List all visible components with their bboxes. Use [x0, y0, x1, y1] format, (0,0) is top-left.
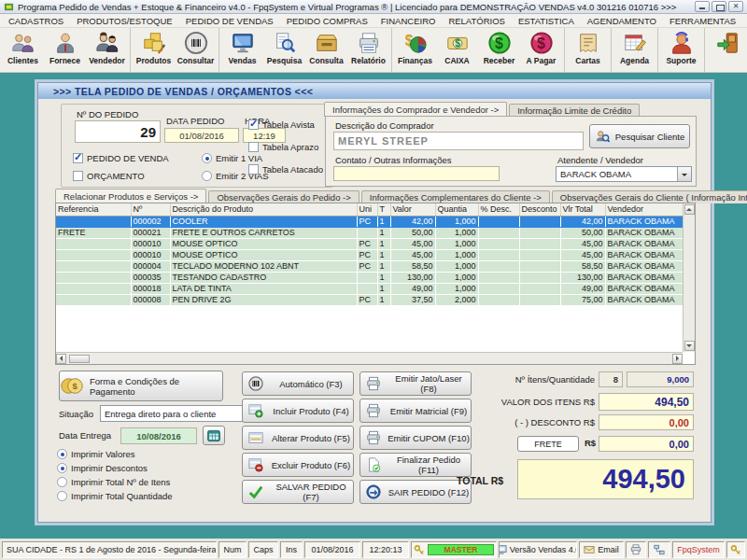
- button-excluir-produto-f6[interactable]: Excluir Produto (F6): [242, 453, 354, 477]
- table-row[interactable]: 000002COOLERPC142,001,00042,00BARACK OBA…: [56, 216, 683, 227]
- toolbar-button-a-pagar[interactable]: $A Pagar: [520, 29, 562, 71]
- column-header-desconto[interactable]: Desconto: [519, 203, 560, 216]
- radio-imprimir-valores[interactable]: Imprimir Valores: [57, 449, 173, 459]
- table-row[interactable]: 000010MOUSE OPTICOPC145,001,00045,00BARA…: [56, 238, 683, 249]
- column-header-referencia[interactable]: Referencia: [56, 203, 131, 216]
- tab-informacao-limite-de-credito[interactable]: Informação Limite de Crédito: [509, 104, 640, 117]
- frete-button[interactable]: FRETE: [517, 436, 579, 452]
- scroll-down-button[interactable]: [684, 341, 695, 351]
- status-printer[interactable]: [626, 541, 646, 558]
- toolbar-button-cartas[interactable]: Cartas: [567, 29, 609, 71]
- toolbar-button-vendedor[interactable]: Vendedor: [86, 29, 128, 71]
- checkbox-tabela-avista[interactable]: Tabela Avista: [248, 119, 323, 130]
- toolbar-label: Clientes: [7, 56, 38, 65]
- numero-pedido-field[interactable]: 29: [75, 120, 161, 143]
- menu-item-financeiro[interactable]: FINANCEIRO: [374, 15, 443, 27]
- toolbar-button-financas[interactable]: $Finanças: [394, 29, 436, 71]
- toolbar-button-clientes[interactable]: Clientes: [2, 29, 44, 71]
- pesquisar-cliente-button[interactable]: Pesquisar Cliente: [589, 124, 690, 148]
- scrollbar-thumb[interactable]: [69, 355, 90, 363]
- contato-field[interactable]: [333, 166, 500, 181]
- menu-item-pedido-de-vendas[interactable]: PEDIDO DE VENDAS: [179, 15, 280, 27]
- forma-pagamento-button[interactable]: $ Forma e Condições de Pagamento: [59, 371, 223, 401]
- toolbar-button-vendas[interactable]: Vendas: [221, 29, 263, 71]
- table-row[interactable]: 000010MOUSE OPTICOPC145,001,00045,00BARA…: [56, 249, 683, 260]
- button-automatico-f3[interactable]: Automático (F3): [242, 371, 354, 396]
- button-alterar-produto-f5[interactable]: Alterar Produto (F5): [242, 426, 354, 450]
- tab-relacionar-produtos-e-servicos[interactable]: Relacionar Produtos e Serviços ->: [55, 189, 206, 203]
- column-header-n[interactable]: Nº: [131, 203, 170, 216]
- table-row[interactable]: 000004TECLADO MODERNO 102 ABNTPC158,501,…: [56, 260, 683, 272]
- button-emitir-cupom-f10[interactable]: Emitir CUPOM (F10): [359, 426, 472, 450]
- table-row[interactable]: FRETE000021FRETE E OUTROS CARRETOS150,00…: [56, 227, 683, 238]
- toolbar-button-suporte[interactable]: Suporte: [660, 29, 702, 71]
- toolbar-button-consulta[interactable]: Consulta: [305, 29, 347, 71]
- menu-item-cadastros[interactable]: CADASTROS: [2, 15, 70, 27]
- menu-item-ferramentas[interactable]: FERRAMENTAS: [663, 15, 742, 27]
- table-row[interactable]: 000008PEN DRIVE 2GPC137,502,00075,00BARA…: [56, 294, 683, 305]
- status-email[interactable]: Email: [579, 541, 624, 558]
- calendar-button[interactable]: [203, 426, 225, 445]
- frete-field[interactable]: 0,00: [599, 436, 694, 452]
- close-button[interactable]: ✕: [728, 1, 743, 12]
- restore-button[interactable]: [712, 1, 726, 12]
- column-header-vlr-total[interactable]: Vlr Total: [560, 203, 605, 216]
- button-incluir-produto-f4[interactable]: Incluir Produto (F4): [242, 399, 354, 423]
- column-header-descricao-do-produto[interactable]: Descrição do Produto: [170, 203, 357, 216]
- column-header-t[interactable]: T: [377, 203, 390, 216]
- menu-item-pedido-compras[interactable]: PEDIDO COMPRAS: [280, 15, 374, 27]
- scroll-up-button[interactable]: [684, 204, 695, 215]
- column-header-desc[interactable]: % Desc.: [478, 203, 519, 216]
- tab-observacoes-gerais-do-pedido[interactable]: Observações Gerais do Pedido ->: [208, 190, 359, 203]
- column-header-quantia[interactable]: Quantia: [435, 203, 478, 216]
- scroll-right-button[interactable]: [672, 354, 683, 364]
- radio-imprimir-total-quantidade[interactable]: Imprimir Total Quantidade: [57, 491, 173, 501]
- vertical-scrollbar[interactable]: [683, 203, 695, 352]
- atendente-vendedor-select[interactable]: BARACK OBAMA: [556, 166, 692, 182]
- toolbar-button-consultar[interactable]: Consultar: [175, 29, 217, 71]
- toolbar-button-produtos[interactable]: Produtos: [133, 29, 175, 71]
- toolbar-button-sair-porta[interactable]: [707, 29, 747, 71]
- desconto-field[interactable]: 0,00: [599, 414, 694, 430]
- tab-observacoes-gerais-do-cliente-informacao-interna[interactable]: Observações Gerais do Cliente ( Informaç…: [552, 190, 747, 203]
- toolbar-button-receber[interactable]: $Receber: [478, 29, 520, 71]
- data-entrega-field[interactable]: 10/08/2016: [120, 427, 197, 444]
- comprador-field[interactable]: MERYL STREEP: [333, 132, 584, 150]
- status-fpqsystem[interactable]: FpqSystem: [672, 541, 725, 558]
- data-pedido-field[interactable]: 01/08/2016: [164, 128, 239, 143]
- scroll-left-button[interactable]: [56, 354, 66, 364]
- toolbar-button-agenda[interactable]: Agenda: [613, 29, 655, 71]
- menu-item-estatistica[interactable]: ESTATISTICA: [512, 15, 581, 27]
- horizontal-scrollbar[interactable]: [56, 352, 683, 364]
- button-finalizar-pedido-f11[interactable]: Finalizar Pedido (F11): [359, 453, 472, 477]
- menu-item-relatorios[interactable]: RELATÓRIOS: [442, 15, 512, 27]
- status-versao[interactable]: Versão Vendas 4.0: [499, 541, 577, 558]
- table-row[interactable]: 000035TESTANDO CADASTRO1130,001,000130,0…: [56, 272, 683, 283]
- column-header-valor[interactable]: Valor: [390, 203, 435, 216]
- checkbox-tabela-aprazo[interactable]: Tabela Aprazo: [248, 142, 323, 152]
- toolbar-button-pesquisa[interactable]: Pesquisa: [263, 29, 305, 71]
- column-header-vendedor[interactable]: Vendedor: [605, 203, 683, 216]
- table-row[interactable]: 000018LATA DE TINTA149,001,00049,00BARAC…: [56, 283, 683, 294]
- situacao-label: Situação: [59, 409, 93, 419]
- radio-imprimir-total-n-de-itens[interactable]: Imprimir Total Nº de Itens: [57, 477, 173, 487]
- button-salvar-pedido-f7[interactable]: SALVAR PEDIDO (F7): [242, 480, 354, 504]
- chevron-down-icon[interactable]: [677, 167, 691, 181]
- checkbox-tabela-atacado[interactable]: Tabela Atacado: [248, 164, 323, 175]
- button-sair-pedido-f12[interactable]: SAIR PEDIDO (F12): [359, 480, 472, 504]
- toolbar-button-relatorio[interactable]: Relatório: [347, 29, 389, 71]
- toolbar-button-caixa[interactable]: $CAIXA: [436, 29, 478, 71]
- menu-item-agendamento[interactable]: AGENDAMENTO: [581, 15, 663, 27]
- menu-item-ajuda[interactable]: AJUDA: [742, 15, 747, 27]
- tab-informacoes-complementares-do-cliente[interactable]: Informações Complementares do Cliente ->: [361, 190, 550, 203]
- checkbox-pedido-de-venda[interactable]: PEDIDO DE VENDA: [73, 153, 169, 163]
- situacao-select[interactable]: Entrega direto para o cliente: [100, 405, 262, 422]
- menu-item-produtos-estoque[interactable]: PRODUTOS/ESTOQUE: [70, 15, 179, 27]
- checkbox-orcamento[interactable]: ORÇAMENTO: [73, 171, 169, 181]
- tab-informacoes-do-comprador-e-vendedor[interactable]: Informações do Comprador e Vendedor ->: [324, 102, 507, 117]
- status-network[interactable]: [648, 541, 670, 558]
- radio-imprimir-descontos[interactable]: Imprimir Descontos: [57, 463, 173, 473]
- minimize-button[interactable]: [695, 1, 710, 12]
- column-header-uni[interactable]: Uni: [357, 203, 377, 216]
- toolbar-button-fornece[interactable]: Fornece: [44, 29, 86, 71]
